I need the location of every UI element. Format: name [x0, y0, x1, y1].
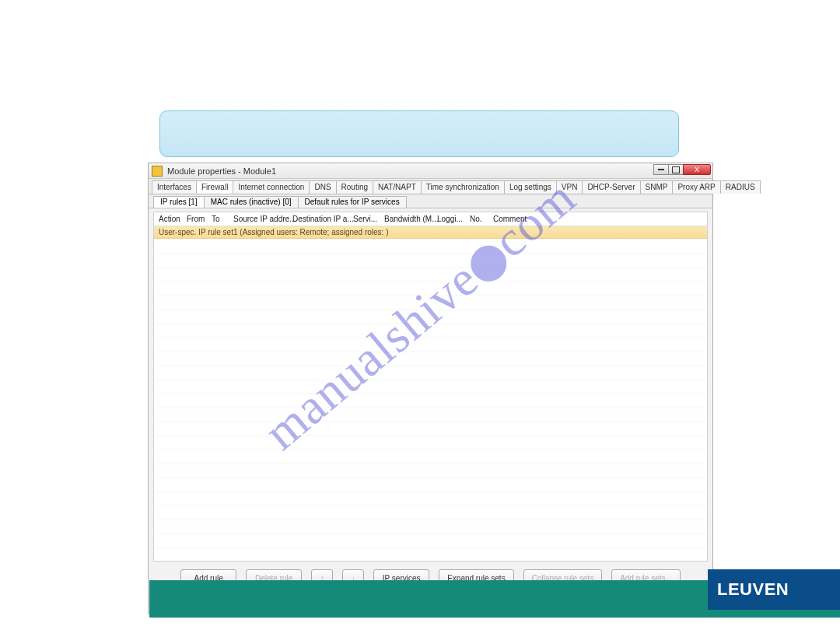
col-dst-ip: Destination IP a... [292, 215, 353, 223]
tab-nat-napt[interactable]: NAT/NAPT [373, 180, 422, 194]
close-button[interactable]: X [683, 164, 711, 175]
window-title: Module properties - Module1 [167, 166, 276, 176]
rules-grid[interactable]: Action From To Source IP addre... Destin… [153, 212, 708, 562]
subtab-default-rules[interactable]: Default rules for IP services [298, 196, 407, 208]
col-src-ip: Source IP addre... [233, 215, 292, 223]
tab-snmp[interactable]: SNMP [640, 180, 674, 194]
col-bandwidth: Bandwidth (M... [384, 215, 437, 223]
subtab-ip-rules[interactable]: IP rules [1] [153, 196, 205, 208]
tab-internet-connection[interactable]: Internet connection [233, 180, 310, 194]
col-action: Action [159, 215, 187, 223]
main-tabs: Interfaces Firewall Internet connection … [149, 179, 712, 194]
app-icon [152, 166, 163, 177]
tab-dns[interactable]: DNS [309, 180, 336, 194]
module-properties-window: Module properties - Module1 X Interfaces… [148, 163, 713, 614]
maximize-button[interactable] [668, 164, 684, 175]
tab-radius[interactable]: RADIUS [720, 180, 761, 194]
sub-tabs: IP rules [1] MAC rules (inactive) [0] De… [149, 194, 712, 208]
subtab-mac-rules[interactable]: MAC rules (inactive) [0] [204, 196, 299, 208]
col-no: No. [470, 215, 493, 223]
titlebar[interactable]: Module properties - Module1 X [149, 163, 712, 179]
rule-set-header-row[interactable]: User-spec. IP rule set1 (Assigned users:… [154, 226, 707, 239]
col-service: Servi... [353, 215, 384, 223]
col-comment: Comment [493, 215, 530, 223]
tab-firewall[interactable]: Firewall [196, 180, 233, 194]
tab-interfaces[interactable]: Interfaces [152, 180, 197, 194]
tab-proxy-arp[interactable]: Proxy ARP [672, 180, 720, 194]
tab-dhcp-server[interactable]: DHCP-Server [582, 180, 640, 194]
info-banner [159, 110, 679, 157]
logo-text: LEUVEN [717, 579, 789, 600]
leuven-logo: LEUVEN [708, 569, 840, 610]
minimize-button[interactable] [653, 164, 669, 175]
tab-routing[interactable]: Routing [336, 180, 373, 194]
grid-header: Action From To Source IP addre... Destin… [154, 212, 707, 226]
col-from: From [187, 215, 212, 223]
tab-vpn[interactable]: VPN [556, 180, 583, 194]
tab-time-sync[interactable]: Time synchronization [421, 180, 505, 194]
col-logging: Loggi... [437, 215, 470, 223]
col-to: To [212, 215, 233, 223]
grid-empty-area [154, 240, 707, 561]
tab-log-settings[interactable]: Log settings [504, 180, 557, 194]
